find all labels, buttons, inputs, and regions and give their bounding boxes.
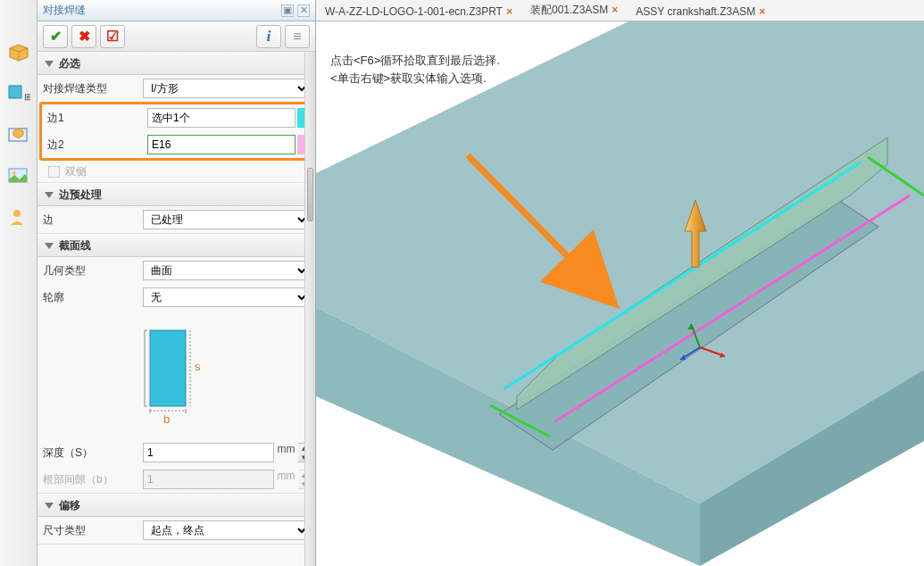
tool-user[interactable] [6,204,31,229]
cancel-button[interactable]: ✖ [71,25,96,48]
weld-type-select[interactable]: I/方形 [143,79,310,98]
weld-type-label: 对接焊缝类型 [43,81,143,96]
document-tabs: W-A-ZZ-LD-LOGO-1-001-ecn.Z3PRT× 装配001.Z3… [316,0,924,21]
tool-image[interactable] [6,163,31,188]
edge-highlight-group: 边1 选中1个 边2 [39,102,313,161]
panel-content: 必选 对接焊缝类型 I/方形 边1 选中1个 边2 双侧 [37,52,315,566]
model-canvas[interactable] [316,21,924,566]
depth-input[interactable] [143,443,274,462]
section-header-offset[interactable]: 偏移 [37,494,315,517]
svg-text:b: b [163,412,170,426]
svg-rect-9 [150,330,186,406]
app-side-toolbar: ⊞ [0,0,37,566]
pre-edge-select[interactable]: 已处理 [143,210,310,229]
gap-label: 根部间隙（b） [43,472,143,487]
profile-select[interactable]: 无 [143,287,310,307]
svg-point-7 [12,171,16,175]
svg-marker-5 [12,129,22,138]
tab-doc-3[interactable]: ASSY crankshaft.Z3ASM× [627,3,774,21]
tab-doc-1[interactable]: W-A-ZZ-LD-LOGO-1-001-ecn.Z3PRT× [316,3,521,21]
close-icon[interactable]: × [759,5,765,18]
panel-close-icon[interactable]: ✕ [297,4,310,17]
panel-undock-icon[interactable]: ▣ [281,4,294,17]
edge1-field[interactable]: 选中1个 [147,108,296,128]
gap-input [143,470,274,489]
close-icon[interactable]: × [506,5,512,18]
apply-button[interactable]: ☑ [100,25,125,48]
size-type-select[interactable]: 起点，终点 [143,520,310,540]
edge2-input[interactable] [147,135,296,154]
tool-solid[interactable] [6,40,31,65]
gap-unit: mm [274,470,299,489]
section-edge-pre: 边预处理 边 已处理 [37,183,315,234]
geom-type-label: 几何类型 [43,263,143,279]
chevron-down-icon [45,503,54,509]
panel-scrollbar[interactable] [304,52,315,566]
ok-button[interactable]: ✔ [43,25,68,48]
property-panel: 对接焊缝 ▣ ✕ ✔ ✖ ☑ i ≡ 必选 对接焊缝类型 I/方形 边1 选中1… [37,0,316,566]
chevron-down-icon [45,61,54,67]
depth-label: 深度（S） [43,445,143,461]
tool-tree[interactable]: ⊞ [6,81,31,106]
geom-type-select[interactable]: 曲面 [143,261,310,280]
section-diagram: s b [37,311,315,439]
panel-title-text: 对接焊缝 [43,3,86,18]
tool-box[interactable] [6,122,31,147]
svg-text:s: s [195,360,201,373]
info-button[interactable]: i [256,25,281,48]
edge1-label: 边1 [47,111,147,126]
svg-text:⊞: ⊞ [24,92,30,102]
section-header-required[interactable]: 必选 [37,52,315,75]
close-icon[interactable]: × [612,4,618,16]
config-button[interactable]: ≡ [285,25,310,48]
chevron-down-icon [45,192,54,198]
edge2-label: 边2 [47,137,147,153]
both-sides-label: 双侧 [65,164,87,179]
both-sides-checkbox[interactable] [48,166,60,178]
section-header-section-line[interactable]: 截面线 [37,234,315,257]
section-offset: 偏移 尺寸类型 起点，终点 [37,494,315,545]
both-sides-row: 双侧 [37,161,315,182]
chevron-down-icon [45,243,54,249]
section-required: 必选 对接焊缝类型 I/方形 边1 选中1个 边2 双侧 [37,52,315,183]
svg-rect-2 [9,86,21,98]
panel-toolbar: ✔ ✖ ☑ i ≡ [37,21,315,52]
pre-edge-label: 边 [43,212,143,228]
svg-point-8 [13,210,21,217]
depth-unit: mm [274,443,299,462]
viewport: W-A-ZZ-LD-LOGO-1-001-ecn.Z3PRT× 装配001.Z3… [316,0,924,566]
panel-titlebar: 对接焊缝 ▣ ✕ [37,0,315,21]
section-header-edge-pre[interactable]: 边预处理 [37,183,315,206]
size-type-label: 尺寸类型 [43,523,143,538]
section-section-line: 截面线 几何类型 曲面 轮廓 无 s b [37,234,315,494]
tab-doc-2[interactable]: 装配001.Z3ASM× [521,0,627,21]
profile-label: 轮廓 [43,290,143,305]
